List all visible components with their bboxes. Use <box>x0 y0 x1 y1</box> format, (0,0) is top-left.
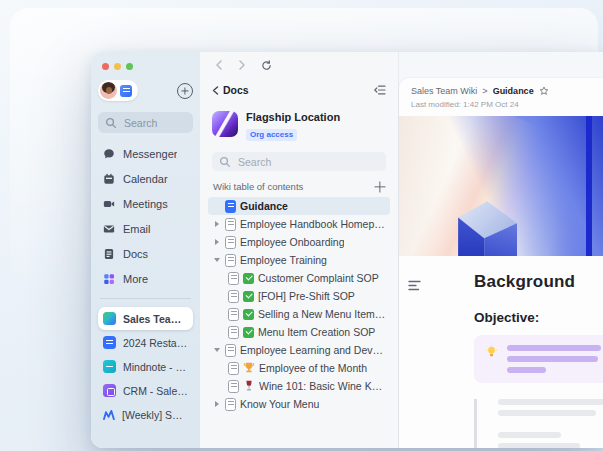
sidebar-item-email[interactable]: Email <box>98 216 193 241</box>
window-controls <box>102 63 193 70</box>
wiki-tree: Guidance Employee Handbook Homepage Empl… <box>200 197 398 413</box>
text-placeholder-bar <box>507 367 546 373</box>
page-icon <box>225 344 236 357</box>
add-account-button[interactable] <box>177 83 193 99</box>
docs-tree-panel: Docs Flagship Location Org access <box>200 52 399 448</box>
chevron-right-icon[interactable] <box>212 220 221 229</box>
sidebar-search-input[interactable] <box>122 116 196 130</box>
callout-placeholder-lines <box>507 345 601 373</box>
chevron-right-icon[interactable] <box>212 238 221 247</box>
chevron-right-icon[interactable] <box>212 400 221 409</box>
chevron-left-icon[interactable] <box>212 86 219 95</box>
close-window-button[interactable] <box>102 63 109 70</box>
navigation-toolbar <box>200 52 398 78</box>
sidebar-item-label: More <box>123 273 148 285</box>
back-chevron-icon[interactable] <box>215 60 223 70</box>
add-page-button[interactable] <box>374 181 385 192</box>
mindnote-icon <box>103 360 116 373</box>
tree-item-know-your-menu[interactable]: Know Your Menu <box>208 395 390 413</box>
page-icon <box>225 236 236 249</box>
toc-title: Wiki table of contents <box>213 181 303 192</box>
sidebar-item-messenger[interactable]: Messenger <box>98 141 193 166</box>
sidebar-item-calendar[interactable]: Calendar <box>98 166 193 191</box>
sidebar-item-more[interactable]: More <box>98 266 193 291</box>
text-placeholder-bar <box>498 410 596 416</box>
pinned-item-2024-restaurant[interactable]: 2024 Restaurta... <box>98 331 193 354</box>
pinned-item-crm[interactable]: CRM - Sales Team <box>98 379 193 402</box>
sidebar-item-label: Docs <box>123 248 148 260</box>
sidebar-nav: Messenger Calendar Meetings <box>98 141 193 291</box>
breadcrumb-current[interactable]: Guidance <box>493 86 534 96</box>
sidebar-item-docs[interactable]: Docs <box>98 241 193 266</box>
tree-item-employee-onboarding[interactable]: Employee Onboarding <box>208 233 390 251</box>
pinned-item-label: Sales Team Wik... <box>123 313 188 325</box>
pinned-item-weekly-sales[interactable]: [Weekly] Sales T... <box>98 403 193 426</box>
text-placeholder-bar <box>507 345 601 351</box>
workspace-mini-icon <box>120 85 132 97</box>
document-card: Sales Team Wiki > Guidance Last modified… <box>399 78 603 448</box>
page-icon <box>225 254 236 267</box>
document-cover-image <box>399 116 603 256</box>
forward-chevron-icon[interactable] <box>238 60 246 70</box>
breadcrumb-root[interactable]: Sales Team Wiki <box>411 86 477 96</box>
page-icon <box>225 398 236 411</box>
tree-item-employee-training[interactable]: Employee Training <box>208 251 390 269</box>
page-icon <box>228 380 239 393</box>
page-icon <box>228 290 239 303</box>
base-wave-icon <box>103 409 115 421</box>
refresh-icon[interactable] <box>261 60 272 71</box>
crm-icon <box>103 384 116 397</box>
quote-block <box>474 399 603 448</box>
chevron-down-icon[interactable] <box>212 346 221 355</box>
check-mark-icon <box>243 273 254 284</box>
sidebar-pinned-docs: Sales Team Wik... 2024 Restaurta... Mind… <box>98 306 193 427</box>
more-grid-icon <box>103 273 115 285</box>
outline-toggle-icon[interactable] <box>408 280 421 291</box>
back-to-docs-button[interactable]: Docs <box>223 84 249 96</box>
tree-item-employee-learning-development[interactable]: Employee Learning and Development <box>208 341 390 359</box>
calendar-icon <box>103 173 115 185</box>
tree-item-customer-complaint-sop[interactable]: Customer Complaint SOP <box>208 269 390 287</box>
chevron-down-icon[interactable] <box>212 256 221 265</box>
minimize-window-button[interactable] <box>114 63 121 70</box>
meetings-icon <box>103 198 115 210</box>
page-icon <box>228 272 239 285</box>
pinned-item-mindnote[interactable]: Mindnote - Com... <box>98 355 193 378</box>
text-placeholder-bar <box>498 399 603 405</box>
account-switcher[interactable] <box>98 80 138 101</box>
check-mark-icon <box>243 309 254 320</box>
tree-item-selling-new-menu-item-sop[interactable]: Selling a New Menu Item SOP <box>208 305 390 323</box>
zoom-window-button[interactable] <box>126 63 133 70</box>
avatar[interactable] <box>100 82 117 99</box>
wiki-icon <box>103 312 116 325</box>
app-window: Messenger Calendar Meetings <box>91 52 603 448</box>
sidebar-item-label: Meetings <box>123 198 168 210</box>
tree-item-employee-of-the-month[interactable]: Employee of the Month <box>208 359 390 377</box>
objective-callout <box>474 335 603 383</box>
search-icon <box>219 156 231 168</box>
tree-item-wine-101[interactable]: Wine 101: Basic Wine Knowledge <box>208 377 390 395</box>
tree-item-foh-pre-shift-sop[interactable]: [FOH] Pre-Shift SOP <box>208 287 390 305</box>
doc-blue-icon <box>103 336 116 349</box>
light-bulb-icon <box>485 345 498 358</box>
document-subheading: Objective: <box>474 310 603 325</box>
org-access-badge: Org access <box>246 129 297 141</box>
page-icon <box>228 326 239 339</box>
sidebar-search[interactable] <box>98 112 193 133</box>
collapse-panel-icon[interactable] <box>374 85 386 95</box>
page-icon <box>228 308 239 321</box>
messenger-icon <box>103 148 115 160</box>
star-icon[interactable] <box>539 86 549 96</box>
tree-item-guidance[interactable]: Guidance <box>208 197 390 215</box>
disclosure-spacer <box>212 202 221 211</box>
pinned-item-label: Mindnote - Com... <box>123 361 188 373</box>
tree-item-menu-item-creation-sop[interactable]: Menu Item Creation SOP <box>208 323 390 341</box>
wiki-search-input[interactable] <box>236 155 360 169</box>
sidebar-item-meetings[interactable]: Meetings <box>98 191 193 216</box>
workspace-name: Flagship Location <box>246 111 340 123</box>
workspace-header[interactable]: Flagship Location Org access <box>200 102 398 143</box>
pinned-item-sales-team-wiki[interactable]: Sales Team Wik... <box>98 307 193 330</box>
wiki-search[interactable] <box>212 152 386 171</box>
tree-item-employee-handbook-homepage[interactable]: Employee Handbook Homepage <box>208 215 390 233</box>
wine-glass-icon <box>243 380 255 392</box>
